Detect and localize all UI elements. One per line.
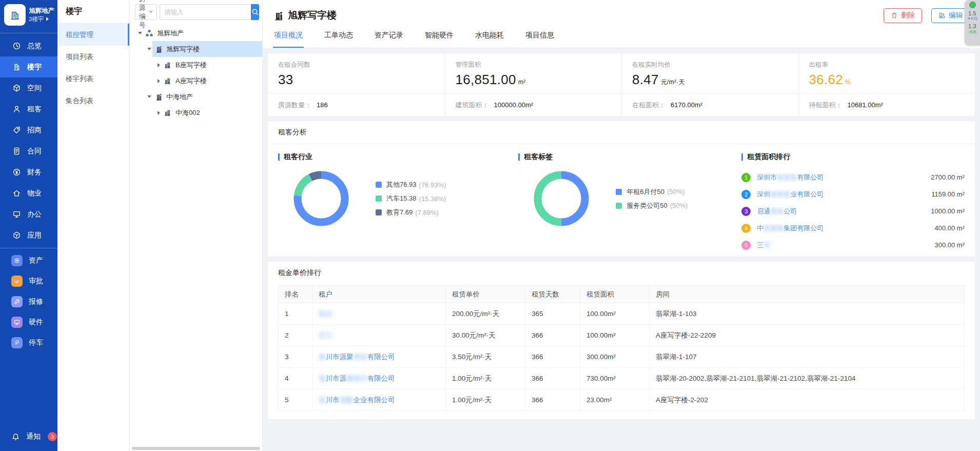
tenant-cell[interactable]: 深川市源聚设计有限公司 [312, 368, 446, 389]
rank-cell: 2 [279, 325, 312, 346]
tower-icon [154, 45, 163, 53]
table-row: 3深川市源聚科技有限公司3.50元/m²·天366300.00m²翡翠湖-1-1… [279, 346, 965, 368]
sidebar-app-approve[interactable]: 审批 [0, 271, 57, 291]
building-title-icon [273, 10, 284, 21]
bell-icon [11, 433, 20, 441]
area-cell: 300.00m² [580, 346, 650, 368]
overview-icon [12, 42, 21, 50]
submenu-item-1[interactable]: 项目列表 [57, 46, 129, 68]
org-expand-caret-icon[interactable] [46, 17, 49, 21]
tree-node-1[interactable]: 旭辉写字楼 [130, 41, 262, 57]
tab-1[interactable]: 工单动态 [323, 26, 354, 48]
leased-area-rank-list: 1深圳市某某某有限公司2700.00 m²2深圳某某某业有限公司1159.00 … [741, 169, 965, 253]
tree-caret-right-icon[interactable] [155, 111, 162, 115]
tab-0[interactable]: 项目概况 [273, 26, 304, 48]
space-icon [12, 84, 21, 92]
tenant-cell[interactable]: 深川市源聚科技有限公司 [312, 346, 446, 368]
sidebar-item-building[interactable]: 楼宇 [0, 56, 57, 77]
tree-node-4[interactable]: 中海地产 [130, 89, 262, 105]
column-header-2: 租赁单价 [446, 286, 525, 303]
edit-button[interactable]: 编辑 [931, 8, 970, 23]
tenant-cell[interactable]: 深川市源聚企业有限公司 [312, 389, 446, 411]
block-icon [164, 109, 172, 117]
network-speed-overlay[interactable]: 1.5 ✦K/s 1.3 ↓K/s [965, 0, 980, 45]
price-cell: 3.50元/m²·天 [446, 346, 525, 368]
rank-cell: 1 [279, 303, 312, 325]
org-switcher[interactable]: 旭辉地产 3楼宇 [0, 0, 57, 31]
tree-node-2[interactable]: B座写字楼 [130, 57, 262, 73]
tree-caret-down-icon[interactable] [146, 48, 152, 50]
secondary-menu-title: 楼宇 [57, 0, 129, 24]
tree-caret-right-icon[interactable] [155, 79, 162, 83]
sidebar-item-finance[interactable]: 财务 [0, 162, 57, 183]
rank-badge: 4 [741, 224, 751, 233]
submenu-item-3[interactable]: 集合列表 [57, 90, 129, 112]
stat-0: 在租合同数33 [268, 53, 445, 93]
tenant-link[interactable]: 启通某某公司 [757, 207, 931, 216]
search-filter-select[interactable]: 房源编号 [135, 4, 157, 20]
sidebar-item-contract[interactable]: 合同 [0, 141, 57, 162]
tenant-link[interactable]: 深圳某某某业有限公司 [757, 190, 931, 199]
tree-caret-right-icon[interactable] [155, 63, 162, 67]
rent-price-rank-title: 租金单价排行 [268, 262, 975, 284]
table-row: 4深川市源聚设计有限公司1.00元/m²·天366730.00m²翡翠湖-20-… [279, 368, 965, 389]
area-cell: 100.00m² [580, 325, 650, 346]
tree-caret-down-icon[interactable] [146, 95, 152, 98]
building-tree: 旭辉地产旭辉写字楼B座写字楼A座写字楼中海地产中海002 [130, 24, 262, 121]
tenant-cell[interactable]: 王三 [312, 325, 446, 346]
rooms-cell: 翡翠湖-1-107 [650, 346, 965, 368]
submenu-item-2[interactable]: 楼宇列表 [57, 68, 129, 90]
sidebar-item-space[interactable]: 空间 [0, 77, 57, 99]
tree-horizontal-scrollbar[interactable] [132, 447, 260, 450]
sidebar-app-asset[interactable]: 资产 [0, 250, 57, 271]
download-speed-unit: ↓K/s [968, 30, 977, 34]
tab-3[interactable]: 智能硬件 [424, 26, 455, 48]
submenu-item-0[interactable]: 租控管理 [57, 24, 129, 46]
sidebar-app-parking[interactable]: 停车 [0, 332, 57, 353]
edit-icon [938, 12, 946, 19]
tab-4[interactable]: 水电能耗 [474, 26, 505, 48]
tree-node-0[interactable]: 旭辉地产 [130, 25, 262, 41]
column-header-3: 租赁天数 [525, 286, 580, 303]
tree-node-3[interactable]: A座写字楼 [130, 73, 262, 89]
upload-speed-unit: ✦K/s [967, 16, 977, 21]
leased-area-rank-title: 租赁面积排行 [741, 152, 965, 162]
office-icon [12, 210, 21, 219]
tab-2[interactable]: 资产记录 [374, 26, 404, 48]
tab-5[interactable]: 项目信息 [524, 26, 555, 48]
page-title: 旭辉写字楼 [288, 9, 337, 22]
days-cell: 366 [525, 346, 580, 368]
tenant-link[interactable]: 三宝 [757, 241, 934, 250]
tenant-link[interactable]: 深圳市某某某有限公司 [757, 173, 931, 182]
search-input[interactable] [160, 4, 251, 20]
price-cell: 30.00元/m²·天 [446, 325, 525, 346]
tenant-link[interactable]: 中某某某集团有限公司 [757, 224, 934, 233]
sidebar-app-hardware[interactable]: 硬件 [0, 312, 57, 332]
block-icon [164, 77, 172, 85]
notification-item[interactable]: 通知 3 [0, 427, 57, 446]
tower-icon [154, 93, 163, 101]
sidebar-item-overview[interactable]: 总览 [0, 35, 57, 56]
tenant-analysis-card: 租客分析 租客行业 其他76.93(76.93%)汽车15.38(15.38%)… [268, 121, 975, 257]
price-cell: 1.00元/m²·天 [446, 368, 525, 389]
tenant-cell[interactable]: 吴仕 [312, 303, 446, 325]
sidebar-item-tenant[interactable]: 租客 [0, 99, 57, 120]
rank-badge: 3 [741, 207, 751, 216]
tenant-industry-donut-chart [292, 170, 350, 227]
tree-node-5[interactable]: 中海002 [130, 105, 262, 121]
sidebar-item-property[interactable]: 物业 [0, 183, 57, 204]
tenant-tags-donut-chart [533, 170, 590, 227]
legend-item-1: 汽车15.38(15.38%) [376, 194, 446, 203]
sidebar-item-investment[interactable]: 招商 [0, 120, 57, 141]
asset-icon [11, 255, 23, 266]
sidebar-item-apps[interactable]: 应用 [0, 225, 57, 246]
sidebar-app-repair[interactable]: 报修 [0, 291, 57, 312]
sidebar-item-office[interactable]: 办公 [0, 204, 57, 225]
tree-caret-down-icon[interactable] [137, 32, 143, 34]
table-row: 2王三30.00元/m²·天366100.00m²A座写字楼-22-2209 [279, 325, 965, 346]
substat-3: 待租面积：10681.00m² [798, 94, 975, 116]
search-button[interactable] [251, 4, 259, 20]
delete-button[interactable]: 删除 [884, 8, 922, 23]
notification-badge: 3 [48, 432, 57, 441]
status-dot-icon [969, 2, 976, 8]
